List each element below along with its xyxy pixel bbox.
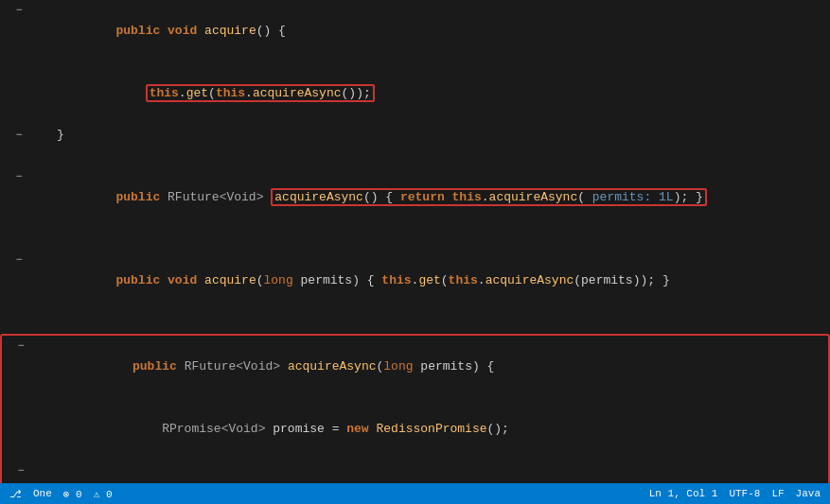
method-acquireasync-2: acquireAsync: [274, 190, 363, 204]
method-acquireasync-1: acquireAsync: [253, 86, 342, 100]
method-acquireasync-4: acquireAsync: [486, 273, 574, 287]
kw-this-3: this: [452, 190, 482, 204]
fold-icon-3[interactable]: −: [15, 125, 22, 146]
branch-icon: ⎇: [9, 488, 22, 500]
code-line-7: − public void acquire(long permits) { th…: [0, 250, 830, 312]
line-content-e1: [38, 146, 830, 166]
error-count: ⊗ 0: [63, 488, 82, 500]
paren8: ) {: [352, 273, 381, 287]
language[interactable]: Java: [796, 488, 821, 499]
kw-this-4: this: [381, 273, 411, 287]
paren2: (: [208, 86, 216, 100]
fold-icon-1[interactable]: −: [15, 0, 22, 21]
highlight-acquireasync-return: acquireAsync() { return this.acquireAsyn…: [271, 188, 707, 206]
gutter-7[interactable]: −: [0, 250, 38, 270]
block-content-1: public RFuture<Void> acquireAsync(long p…: [40, 336, 828, 398]
code-editor: − public void acquire() { this.get(this.…: [0, 0, 830, 504]
line-content-3: }: [38, 125, 830, 146]
code-line-1: − public void acquire() {: [0, 0, 830, 62]
paren10: (permits)); }: [574, 273, 669, 287]
code-line-5: − public RFuture<Void> acquireAsync() { …: [0, 166, 830, 229]
kw-public-3: public: [115, 273, 160, 287]
status-bar-left: ⎇ One ⊗ 0 ⚠ 0: [9, 488, 113, 500]
line-content-e2: [38, 229, 830, 250]
code-line-empty-1: [0, 146, 830, 166]
kw-this-5: this: [449, 273, 478, 287]
kw-return: return: [400, 190, 445, 204]
line-content-7: public void acquire(long permits) { this…: [38, 250, 830, 312]
dot2: .: [245, 86, 253, 100]
line-content-1: public void acquire() {: [38, 0, 830, 62]
paren7: (: [256, 273, 264, 287]
code-line-2: this.get(this.acquireAsync());: [0, 62, 830, 125]
status-bar-right: Ln 1, Col 1 UTF-8 LF Java: [649, 488, 821, 499]
type-long: long: [264, 273, 293, 287]
paren: () {: [256, 24, 286, 38]
line-content-2: this.get(this.acquireAsync());: [38, 62, 830, 125]
kw-this-1: this: [150, 86, 179, 100]
dot3: .: [482, 190, 489, 204]
fold-icon-5[interactable]: −: [15, 166, 22, 187]
status-bar: ⎇ One ⊗ 0 ⚠ 0 Ln 1, Col 1 UTF-8 LF Java: [0, 483, 830, 504]
block-line-2: RPromise<Void> promise = new RedissonPro…: [2, 398, 828, 461]
fold-icon-7[interactable]: −: [15, 250, 22, 270]
parens3: ());: [342, 86, 371, 100]
code-line-empty-2: [0, 229, 830, 250]
block-section: − public RFuture<Void> acquireAsync(long…: [0, 334, 830, 504]
highlight-this-get: this.get(this.acquireAsync());: [146, 84, 375, 102]
gutter-5[interactable]: −: [0, 166, 38, 187]
method-acquire-2: acquire: [204, 273, 256, 287]
block-gutter-3[interactable]: −: [2, 461, 40, 481]
method-get-2: get: [418, 273, 440, 287]
num-1l: 1L: [659, 190, 674, 204]
kw-this-2: this: [216, 86, 245, 100]
kw-void-2: void: [168, 273, 197, 287]
paren6: ); }: [674, 190, 703, 204]
line-ending[interactable]: LF: [771, 488, 784, 499]
code-line-empty-3: [0, 312, 830, 333]
branch-name[interactable]: One: [33, 488, 52, 499]
block-fold-1[interactable]: −: [17, 336, 24, 356]
keyword-public: public: [115, 24, 160, 38]
gutter-1[interactable]: −: [0, 0, 38, 21]
kw-public-2: public: [115, 190, 160, 204]
parens4: () {: [363, 190, 400, 204]
block-content-2: RPromise<Void> promise = new RedissonPro…: [40, 398, 828, 461]
code-line-3: − }: [0, 125, 830, 146]
paren9: (: [441, 273, 449, 287]
line-content-5: public RFuture<Void> acquireAsync() { re…: [38, 166, 830, 229]
code-lines: − public void acquire() { this.get(this.…: [0, 0, 830, 504]
block-line-1: − public RFuture<Void> acquireAsync(long…: [2, 336, 828, 398]
keyword-void: void: [168, 24, 197, 38]
type-rfuture: RFuture<Void>: [168, 190, 263, 204]
param-permits: permits: [301, 273, 353, 287]
paren5: (: [577, 190, 592, 204]
method-acquireasync-3: acquireAsync: [489, 190, 578, 204]
dot1: .: [179, 86, 186, 100]
warning-count: ⚠ 0: [94, 488, 113, 500]
dot5: .: [478, 273, 486, 287]
line-col[interactable]: Ln 1, Col 1: [649, 488, 718, 499]
encoding[interactable]: UTF-8: [729, 488, 760, 499]
method-get: get: [186, 86, 208, 100]
label-permits: permits:: [592, 190, 651, 204]
block-gutter-1[interactable]: −: [2, 336, 40, 356]
gutter-3[interactable]: −: [0, 125, 38, 146]
method-acquire: acquire: [204, 24, 256, 38]
block-fold-3[interactable]: −: [17, 461, 24, 481]
line-content-e3: [38, 312, 830, 333]
